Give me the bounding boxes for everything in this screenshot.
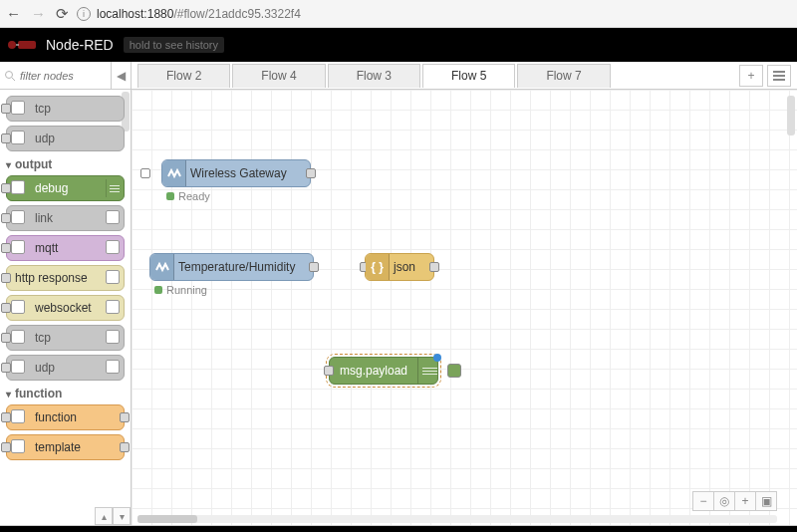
app-title: Node-RED bbox=[46, 37, 114, 53]
tab-flow-7[interactable]: Flow 7 bbox=[517, 64, 610, 88]
json-icon: { } bbox=[366, 254, 390, 280]
node-temperature-humidity[interactable]: Temperature/Humidity Running bbox=[149, 253, 314, 281]
url-port: 1880 bbox=[147, 7, 174, 21]
palette-node-websocket[interactable]: websocket bbox=[6, 295, 125, 321]
category-function[interactable]: ▾function bbox=[6, 387, 125, 400]
palette-node-udp-out[interactable]: udp bbox=[6, 355, 125, 381]
node-label: json bbox=[394, 260, 415, 274]
serial-icon bbox=[150, 254, 174, 280]
palette-node-tcp-out[interactable]: tcp bbox=[6, 325, 125, 351]
palette-node-mqtt[interactable]: mqtt bbox=[6, 235, 125, 261]
palette-expand-down[interactable]: ▾ bbox=[113, 507, 131, 525]
search-icon bbox=[4, 70, 16, 82]
address-bar[interactable]: i localhost:1880/#flow/21addc95.3322f4 bbox=[77, 7, 301, 21]
tab-flow-5[interactable]: Flow 5 bbox=[422, 64, 515, 88]
chevron-down-icon: ▾ bbox=[6, 389, 11, 399]
node-status: Running bbox=[166, 284, 207, 296]
palette-node-template[interactable]: template bbox=[6, 434, 125, 460]
serial-icon bbox=[162, 160, 186, 186]
palette-node-tcp-in[interactable]: tcp bbox=[6, 96, 125, 122]
flow-canvas[interactable]: Wireless Gateway Ready Temperature/Humid… bbox=[132, 90, 797, 525]
svg-point-3 bbox=[6, 71, 13, 78]
tab-flow-4[interactable]: Flow 4 bbox=[232, 64, 325, 88]
add-tab-button[interactable]: + bbox=[739, 65, 763, 87]
site-info-icon[interactable]: i bbox=[77, 7, 91, 21]
chevron-down-icon: ▾ bbox=[6, 159, 11, 170]
filter-input[interactable] bbox=[16, 68, 106, 84]
canvas-scrollbar-horizontal[interactable] bbox=[137, 515, 777, 523]
forward-button[interactable]: → bbox=[31, 5, 46, 22]
svg-line-4 bbox=[12, 78, 15, 81]
navigator-button[interactable]: ▣ bbox=[755, 491, 777, 511]
palette-collapse-up[interactable]: ▴ bbox=[95, 507, 113, 525]
tab-flow-2[interactable]: Flow 2 bbox=[137, 64, 230, 88]
node-red-logo-icon bbox=[6, 37, 40, 53]
palette-node-function[interactable]: function bbox=[6, 404, 125, 430]
unsaved-change-dot bbox=[433, 354, 441, 362]
app-header: Node-RED hold to see history bbox=[0, 28, 797, 62]
node-label: Temperature/Humidity bbox=[178, 260, 295, 274]
node-debug-msg-payload[interactable]: msg.payload bbox=[329, 357, 438, 385]
debug-icon bbox=[417, 358, 437, 384]
palette-collapse-button[interactable]: ◀ bbox=[111, 62, 131, 89]
zoom-reset-button[interactable]: ◎ bbox=[713, 491, 735, 511]
url-host: localhost: bbox=[97, 7, 147, 21]
palette-search[interactable] bbox=[0, 68, 111, 84]
category-output[interactable]: ▾output bbox=[6, 157, 125, 171]
history-hint: hold to see history bbox=[124, 37, 224, 53]
node-wireless-gateway[interactable]: Wireless Gateway Ready bbox=[161, 159, 311, 187]
zoom-in-button[interactable]: + bbox=[734, 491, 756, 511]
workspace: Flow 2 Flow 4 Flow 3 Flow 5 Flow 7 + bbox=[132, 62, 797, 525]
svg-point-0 bbox=[8, 41, 16, 49]
node-label: Wireless Gateway bbox=[190, 166, 287, 180]
palette-sidebar: ◀ tcp udp ▾output debug link mqtt http r… bbox=[0, 62, 132, 525]
tab-list-button[interactable] bbox=[767, 65, 791, 87]
zoom-out-button[interactable]: − bbox=[692, 491, 714, 511]
debug-toggle-button[interactable] bbox=[447, 364, 461, 378]
reload-button[interactable]: ⟳ bbox=[56, 5, 69, 23]
tab-flow-3[interactable]: Flow 3 bbox=[328, 64, 420, 88]
flow-tabs: Flow 2 Flow 4 Flow 3 Flow 5 Flow 7 + bbox=[132, 62, 797, 90]
node-status: Ready bbox=[178, 190, 210, 202]
node-json[interactable]: { } json bbox=[365, 253, 434, 281]
node-label: msg.payload bbox=[340, 364, 407, 378]
back-button[interactable]: ← bbox=[6, 5, 21, 22]
list-icon bbox=[773, 71, 785, 81]
browser-toolbar: ← → ⟳ i localhost:1880/#flow/21addc95.33… bbox=[0, 0, 797, 28]
palette-node-debug[interactable]: debug bbox=[6, 175, 125, 201]
bottom-edge bbox=[0, 526, 797, 532]
palette-node-link[interactable]: link bbox=[6, 205, 125, 231]
canvas-scrollbar-vertical[interactable] bbox=[787, 96, 795, 135]
url-path: /#flow/21addc95.3322f4 bbox=[173, 7, 300, 21]
palette-node-http-response[interactable]: http response bbox=[6, 265, 125, 291]
svg-rect-1 bbox=[18, 41, 36, 49]
palette-node-udp-in[interactable]: udp bbox=[6, 126, 125, 151]
